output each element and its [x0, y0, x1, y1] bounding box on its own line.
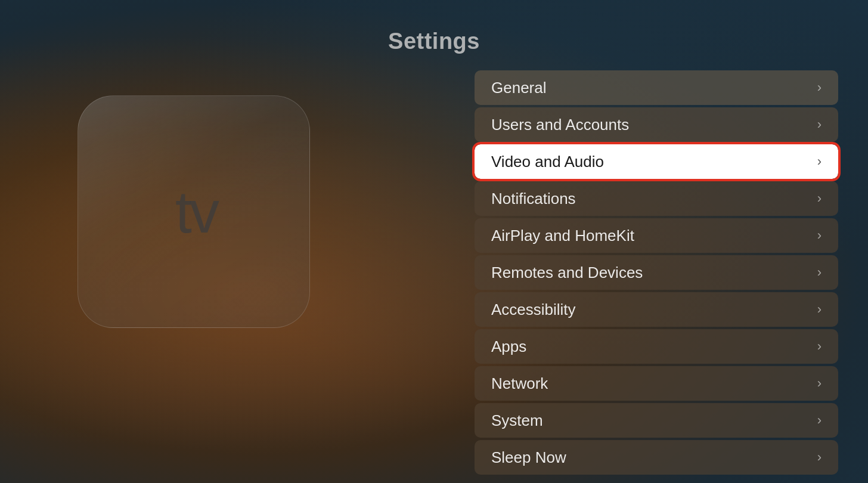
menu-item-label-system: System — [491, 411, 543, 430]
menu-item-video-and-audio[interactable]: Video and Audio› — [475, 144, 838, 179]
chevron-right-icon: › — [817, 154, 822, 169]
menu-item-network[interactable]: Network› — [475, 366, 838, 401]
tv-label: tv — [175, 182, 217, 242]
chevron-right-icon: › — [817, 302, 822, 317]
settings-menu: General›Users and Accounts›Video and Aud… — [475, 70, 838, 475]
menu-item-users-and-accounts[interactable]: Users and Accounts› — [475, 107, 838, 142]
page-title: Settings — [0, 29, 868, 54]
menu-item-label-notifications: Notifications — [491, 190, 576, 208]
menu-item-label-users-and-accounts: Users and Accounts — [491, 116, 629, 134]
menu-item-notifications[interactable]: Notifications› — [475, 181, 838, 216]
chevron-right-icon: › — [817, 339, 822, 354]
menu-item-label-accessibility: Accessibility — [491, 301, 576, 319]
menu-item-remotes-and-devices[interactable]: Remotes and Devices› — [475, 255, 838, 290]
chevron-right-icon: › — [817, 117, 822, 132]
chevron-right-icon: › — [817, 376, 822, 391]
menu-item-general[interactable]: General› — [475, 70, 838, 105]
chevron-right-icon: › — [817, 228, 822, 243]
chevron-right-icon: › — [817, 450, 822, 465]
menu-item-label-remotes-and-devices: Remotes and Devices — [491, 264, 643, 282]
chevron-right-icon: › — [817, 191, 822, 206]
menu-item-label-general: General — [491, 79, 547, 97]
menu-item-airplay-and-homekit[interactable]: AirPlay and HomeKit› — [475, 218, 838, 253]
menu-item-apps[interactable]: Apps› — [475, 329, 838, 364]
chevron-right-icon: › — [817, 413, 822, 428]
device-inner: tv — [170, 182, 217, 242]
menu-item-label-apps: Apps — [491, 338, 526, 356]
device-box: tv — [78, 95, 310, 328]
menu-item-label-airplay-and-homekit: AirPlay and HomeKit — [491, 227, 634, 245]
chevron-right-icon: › — [817, 80, 822, 95]
chevron-right-icon: › — [817, 265, 822, 280]
menu-item-accessibility[interactable]: Accessibility› — [475, 292, 838, 327]
menu-item-label-sleep-now: Sleep Now — [491, 448, 566, 467]
menu-item-sleep-now[interactable]: Sleep Now› — [475, 440, 838, 475]
menu-item-label-network: Network — [491, 374, 548, 393]
menu-item-system[interactable]: System› — [475, 403, 838, 438]
menu-item-label-video-and-audio: Video and Audio — [491, 153, 604, 171]
device-illustration: tv — [78, 95, 316, 334]
